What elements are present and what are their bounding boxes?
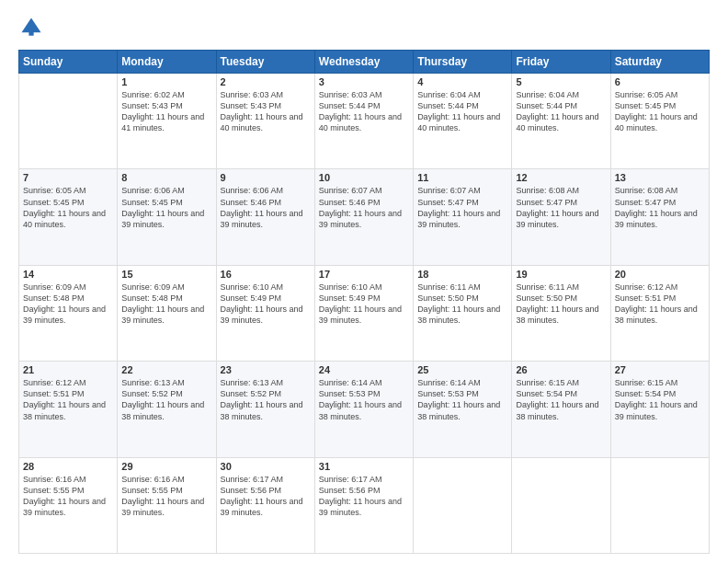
day-number: 11 — [417, 172, 507, 183]
calendar-week-row: 14Sunrise: 6:09 AMSunset: 5:48 PMDayligh… — [19, 265, 710, 361]
table-row: 28Sunrise: 6:16 AMSunset: 5:55 PMDayligh… — [19, 457, 118, 553]
day-info: Sunrise: 6:06 AMSunset: 5:45 PMDaylight:… — [121, 185, 211, 230]
table-row: 4Sunrise: 6:04 AMSunset: 5:44 PMDaylight… — [414, 74, 512, 169]
table-row: 2Sunrise: 6:03 AMSunset: 5:43 PMDaylight… — [216, 74, 314, 169]
table-row — [512, 457, 610, 553]
day-number: 9 — [221, 172, 311, 183]
day-number: 1 — [121, 76, 211, 87]
table-row: 25Sunrise: 6:14 AMSunset: 5:53 PMDayligh… — [414, 362, 512, 457]
calendar-week-row: 1Sunrise: 6:02 AMSunset: 5:43 PMDaylight… — [19, 74, 710, 169]
table-row: 27Sunrise: 6:15 AMSunset: 5:54 PMDayligh… — [610, 362, 709, 457]
logo — [18, 15, 48, 40]
day-info: Sunrise: 6:14 AMSunset: 5:53 PMDaylight:… — [417, 377, 507, 422]
col-tuesday: Tuesday — [216, 51, 314, 74]
table-row: 12Sunrise: 6:08 AMSunset: 5:47 PMDayligh… — [512, 169, 610, 265]
day-info: Sunrise: 6:12 AMSunset: 5:51 PMDaylight:… — [23, 377, 113, 422]
day-number: 8 — [121, 172, 211, 183]
day-info: Sunrise: 6:13 AMSunset: 5:52 PMDaylight:… — [121, 377, 211, 422]
day-info: Sunrise: 6:08 AMSunset: 5:47 PMDaylight:… — [516, 185, 606, 230]
day-number: 24 — [319, 364, 409, 375]
table-row: 11Sunrise: 6:07 AMSunset: 5:47 PMDayligh… — [414, 169, 512, 265]
day-number: 28 — [23, 461, 113, 472]
day-number: 29 — [121, 461, 211, 472]
day-number: 26 — [516, 364, 606, 375]
table-row: 18Sunrise: 6:11 AMSunset: 5:50 PMDayligh… — [414, 265, 512, 361]
table-row: 10Sunrise: 6:07 AMSunset: 5:46 PMDayligh… — [314, 169, 413, 265]
day-number: 31 — [319, 461, 409, 472]
table-row: 5Sunrise: 6:04 AMSunset: 5:44 PMDaylight… — [512, 74, 610, 169]
day-info: Sunrise: 6:06 AMSunset: 5:46 PMDaylight:… — [221, 185, 311, 230]
day-info: Sunrise: 6:15 AMSunset: 5:54 PMDaylight:… — [516, 377, 606, 422]
table-row — [19, 74, 118, 169]
day-info: Sunrise: 6:16 AMSunset: 5:55 PMDaylight:… — [23, 474, 113, 519]
table-row: 19Sunrise: 6:11 AMSunset: 5:50 PMDayligh… — [512, 265, 610, 361]
day-info: Sunrise: 6:09 AMSunset: 5:48 PMDaylight:… — [121, 282, 211, 327]
calendar-table: Sunday Monday Tuesday Wednesday Thursday… — [18, 50, 710, 554]
day-number: 22 — [121, 364, 211, 375]
table-row: 22Sunrise: 6:13 AMSunset: 5:52 PMDayligh… — [118, 362, 216, 457]
table-row: 8Sunrise: 6:06 AMSunset: 5:45 PMDaylight… — [118, 169, 216, 265]
day-number: 20 — [615, 269, 705, 280]
day-number: 2 — [221, 76, 311, 87]
table-row: 14Sunrise: 6:09 AMSunset: 5:48 PMDayligh… — [19, 265, 118, 361]
day-info: Sunrise: 6:12 AMSunset: 5:51 PMDaylight:… — [615, 282, 705, 327]
col-thursday: Thursday — [414, 51, 512, 74]
day-number: 5 — [516, 76, 606, 87]
table-row: 1Sunrise: 6:02 AMSunset: 5:43 PMDaylight… — [118, 74, 216, 169]
day-info: Sunrise: 6:07 AMSunset: 5:47 PMDaylight:… — [417, 185, 507, 230]
col-monday: Monday — [118, 51, 216, 74]
table-row: 21Sunrise: 6:12 AMSunset: 5:51 PMDayligh… — [19, 362, 118, 457]
table-row: 31Sunrise: 6:17 AMSunset: 5:56 PMDayligh… — [314, 457, 413, 553]
day-info: Sunrise: 6:13 AMSunset: 5:52 PMDaylight:… — [221, 377, 311, 422]
col-friday: Friday — [512, 51, 610, 74]
table-row: 23Sunrise: 6:13 AMSunset: 5:52 PMDayligh… — [216, 362, 314, 457]
day-info: Sunrise: 6:05 AMSunset: 5:45 PMDaylight:… — [23, 185, 113, 230]
table-row: 29Sunrise: 6:16 AMSunset: 5:55 PMDayligh… — [118, 457, 216, 553]
table-row: 9Sunrise: 6:06 AMSunset: 5:46 PMDaylight… — [216, 169, 314, 265]
day-info: Sunrise: 6:11 AMSunset: 5:50 PMDaylight:… — [417, 282, 507, 327]
table-row — [610, 457, 709, 553]
day-number: 18 — [417, 269, 507, 280]
day-number: 17 — [319, 269, 409, 280]
day-info: Sunrise: 6:03 AMSunset: 5:43 PMDaylight:… — [221, 89, 311, 134]
day-number: 15 — [121, 269, 211, 280]
table-row: 24Sunrise: 6:14 AMSunset: 5:53 PMDayligh… — [314, 362, 413, 457]
day-info: Sunrise: 6:07 AMSunset: 5:46 PMDaylight:… — [319, 185, 409, 230]
col-saturday: Saturday — [610, 51, 709, 74]
day-number: 4 — [417, 76, 507, 87]
day-number: 3 — [319, 76, 409, 87]
header — [18, 15, 710, 40]
day-number: 16 — [221, 269, 311, 280]
day-info: Sunrise: 6:03 AMSunset: 5:44 PMDaylight:… — [319, 89, 409, 134]
table-row: 7Sunrise: 6:05 AMSunset: 5:45 PMDaylight… — [19, 169, 118, 265]
table-row: 26Sunrise: 6:15 AMSunset: 5:54 PMDayligh… — [512, 362, 610, 457]
day-number: 25 — [417, 364, 507, 375]
page: Sunday Monday Tuesday Wednesday Thursday… — [0, 0, 728, 563]
day-info: Sunrise: 6:04 AMSunset: 5:44 PMDaylight:… — [516, 89, 606, 134]
col-wednesday: Wednesday — [314, 51, 413, 74]
day-info: Sunrise: 6:16 AMSunset: 5:55 PMDaylight:… — [121, 474, 211, 519]
day-info: Sunrise: 6:09 AMSunset: 5:48 PMDaylight:… — [23, 282, 113, 327]
table-row: 17Sunrise: 6:10 AMSunset: 5:49 PMDayligh… — [314, 265, 413, 361]
col-sunday: Sunday — [19, 51, 118, 74]
day-number: 10 — [319, 172, 409, 183]
day-info: Sunrise: 6:02 AMSunset: 5:43 PMDaylight:… — [121, 89, 211, 134]
table-row: 30Sunrise: 6:17 AMSunset: 5:56 PMDayligh… — [216, 457, 314, 553]
day-info: Sunrise: 6:15 AMSunset: 5:54 PMDaylight:… — [615, 377, 705, 422]
day-info: Sunrise: 6:11 AMSunset: 5:50 PMDaylight:… — [516, 282, 606, 327]
day-number: 14 — [23, 269, 113, 280]
day-number: 7 — [23, 172, 113, 183]
logo-icon — [18, 15, 44, 40]
table-row: 3Sunrise: 6:03 AMSunset: 5:44 PMDaylight… — [314, 74, 413, 169]
day-number: 27 — [615, 364, 705, 375]
calendar-week-row: 7Sunrise: 6:05 AMSunset: 5:45 PMDaylight… — [19, 169, 710, 265]
day-info: Sunrise: 6:08 AMSunset: 5:47 PMDaylight:… — [615, 185, 705, 230]
day-number: 21 — [23, 364, 113, 375]
day-info: Sunrise: 6:17 AMSunset: 5:56 PMDaylight:… — [221, 474, 311, 519]
day-info: Sunrise: 6:14 AMSunset: 5:53 PMDaylight:… — [319, 377, 409, 422]
table-row: 16Sunrise: 6:10 AMSunset: 5:49 PMDayligh… — [216, 265, 314, 361]
day-info: Sunrise: 6:04 AMSunset: 5:44 PMDaylight:… — [417, 89, 507, 134]
table-row — [414, 457, 512, 553]
day-number: 23 — [221, 364, 311, 375]
day-info: Sunrise: 6:05 AMSunset: 5:45 PMDaylight:… — [615, 89, 705, 134]
